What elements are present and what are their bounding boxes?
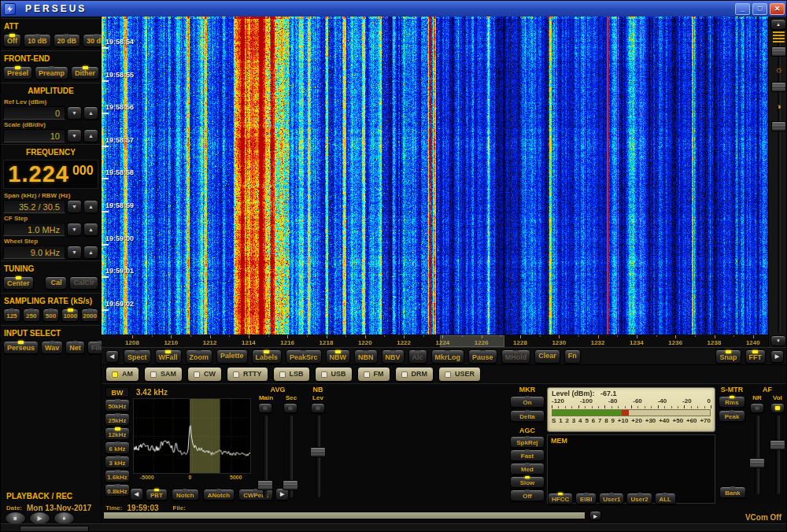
cf-step-up-button[interactable]: ▲ xyxy=(83,223,98,236)
frequency-display[interactable]: 1.224 000 xyxy=(3,160,98,189)
zoom-button[interactable]: Zoom xyxy=(186,349,213,364)
bottom-scrollbar[interactable] xyxy=(1,523,787,532)
am-button[interactable]: AM xyxy=(105,367,139,382)
wheel-step-up-button[interactable]: ▲ xyxy=(83,246,98,259)
preamp-button[interactable]: Preamp xyxy=(35,66,68,79)
net-button[interactable]: Net xyxy=(65,341,85,354)
user-button[interactable]: USER xyxy=(438,367,481,382)
strip-down-button[interactable]: ▼ xyxy=(770,335,786,346)
rtty-button[interactable]: RTTY xyxy=(227,367,268,382)
usb-button[interactable]: USB xyxy=(315,367,353,382)
off-button[interactable]: Off xyxy=(3,34,21,47)
pause-button[interactable]: Pause xyxy=(468,349,497,364)
cal-button[interactable]: Cal xyxy=(45,276,67,290)
6-khz-button[interactable]: 6 kHz xyxy=(105,441,130,454)
palette-button[interactable]: Palette xyxy=(216,349,248,364)
3-khz-button[interactable]: 3 kHz xyxy=(105,456,130,468)
wav-button[interactable]: Wav xyxy=(41,341,63,354)
avg-sec-slider[interactable] xyxy=(282,416,299,497)
presel-button[interactable]: Presel xyxy=(3,66,32,79)
cf-step-field[interactable]: 1.0 MHz xyxy=(3,223,65,236)
on-button[interactable]: On xyxy=(510,396,545,408)
fn-button[interactable]: Fn xyxy=(564,349,581,364)
nr-slider-thumb[interactable] xyxy=(749,458,765,468)
frequency-scale[interactable]: 1208121012121214121612181220122212241226… xyxy=(102,334,768,347)
vcom-status[interactable]: VCom Off xyxy=(725,513,781,522)
span-up-button[interactable]: ▲ xyxy=(83,200,98,213)
snap-button[interactable]: Snap xyxy=(715,349,741,364)
toolbar-scroll-left-button[interactable]: ◀ xyxy=(105,350,119,363)
notch-button[interactable]: Notch xyxy=(172,489,199,501)
palette-slider-thumb[interactable] xyxy=(771,46,786,57)
demod-spectrum-plot[interactable] xyxy=(133,398,251,474)
1000-button[interactable]: 1000 xyxy=(61,308,79,322)
anotch-button[interactable]: ANotch xyxy=(203,489,235,501)
wheel-step-field[interactable]: 9.0 kHz xyxy=(3,246,65,259)
nbv-button[interactable]: NBV xyxy=(382,349,405,364)
vol-toggle-button[interactable] xyxy=(770,403,785,413)
off-button[interactable]: Off xyxy=(510,490,545,501)
drm-button[interactable]: DRM xyxy=(395,367,434,382)
spect-button[interactable]: Spect xyxy=(124,349,151,364)
waterfall-canvas[interactable] xyxy=(102,17,768,334)
50khz-button[interactable]: 50kHz xyxy=(105,399,130,412)
brightness-slider-thumb[interactable] xyxy=(771,82,786,92)
spkrej-button[interactable]: SpkRej xyxy=(510,436,545,448)
nbn-button[interactable]: NBN xyxy=(354,349,378,364)
cw-button[interactable]: CW xyxy=(187,367,222,382)
10-db-button[interactable]: 10 dB xyxy=(24,34,51,47)
bank-button[interactable]: Bank xyxy=(719,486,746,498)
calclr-button[interactable]: CalClr xyxy=(69,276,98,290)
500-button[interactable]: 500 xyxy=(42,308,60,322)
nbw-button[interactable]: NBW xyxy=(326,349,351,364)
1-6khz-button[interactable]: 1.6kHz xyxy=(105,470,130,482)
nr-slider[interactable] xyxy=(748,416,766,494)
hfcc-button[interactable]: HFCC xyxy=(548,493,573,504)
scale-field[interactable]: 10 xyxy=(3,129,65,142)
user1-button[interactable]: User1 xyxy=(599,493,624,504)
ref-lev-up-button[interactable]: ▲ xyxy=(83,106,98,120)
wheel-step-down-button[interactable]: ▼ xyxy=(67,246,82,259)
cf-step-down-button[interactable]: ▼ xyxy=(67,223,82,236)
dither-button[interactable]: Dither xyxy=(71,66,99,79)
mkrlog-button[interactable]: MkrLog xyxy=(431,349,465,364)
ref-lev-field[interactable]: 0 xyxy=(3,106,65,120)
lsb-button[interactable]: LSB xyxy=(273,367,310,382)
slow-button[interactable]: Slow xyxy=(510,476,545,488)
scale-up-button[interactable]: ▲ xyxy=(83,129,98,142)
20-db-button[interactable]: 20 dB xyxy=(54,34,81,47)
minimize-button[interactable]: _ xyxy=(735,3,750,15)
250-button[interactable]: 250 xyxy=(23,308,40,322)
eibi-button[interactable]: EIBI xyxy=(575,493,597,504)
strip-slider-track[interactable] xyxy=(778,32,781,333)
all-button[interactable]: ALL xyxy=(655,493,676,504)
2000-button[interactable]: 2000 xyxy=(81,308,98,322)
span-field[interactable]: 35.2 / 30.5 xyxy=(3,200,65,213)
scale-down-button[interactable]: ▼ xyxy=(67,129,82,142)
user2-button[interactable]: User2 xyxy=(626,493,652,504)
contrast-slider-thumb[interactable] xyxy=(771,121,786,131)
125-button[interactable]: 125 xyxy=(3,308,20,322)
peaksrc-button[interactable]: PeakSrc xyxy=(286,349,322,364)
12khz-button[interactable]: 12kHz xyxy=(105,427,130,440)
avg-sec-toggle-button[interactable] xyxy=(283,403,297,413)
titlebar[interactable]: PERSEUS _ □ ✕ xyxy=(1,1,787,17)
fft-button[interactable]: FFT xyxy=(745,349,767,364)
sam-button[interactable]: SAM xyxy=(144,367,183,382)
pbt-button[interactable]: PBT xyxy=(146,489,168,501)
med-button[interactable]: Med xyxy=(510,463,545,475)
labels-button[interactable]: Labels xyxy=(252,349,283,364)
wfall-button[interactable]: WFall xyxy=(155,349,182,364)
avg-main-slider[interactable] xyxy=(257,416,274,497)
fm-button[interactable]: FM xyxy=(357,367,390,382)
avg-main-slider-thumb[interactable] xyxy=(257,480,273,490)
nb-lev-slider-thumb[interactable] xyxy=(310,447,326,457)
rms-button[interactable]: Rms xyxy=(719,396,745,408)
25khz-button[interactable]: 25kHz xyxy=(105,413,130,426)
span-down-button[interactable]: ▼ xyxy=(67,200,82,213)
maximize-button[interactable]: □ xyxy=(752,3,767,15)
center-button[interactable]: Center xyxy=(3,276,34,290)
vol-slider[interactable] xyxy=(769,416,786,494)
waterfall-display[interactable]: 19:58:5419:58:5519:58:5619:58:5719:58:58… xyxy=(102,17,768,334)
toolbar-scroll-right-button[interactable]: ▶ xyxy=(770,350,784,363)
